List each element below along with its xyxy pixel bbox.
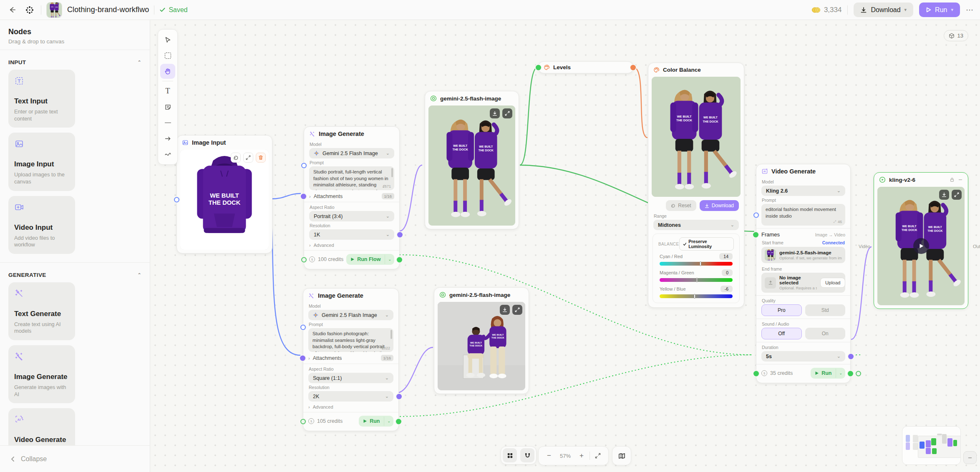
minimap-toggle-button[interactable]	[612, 446, 631, 465]
download-button[interactable]: Download	[700, 200, 739, 211]
aspect-ratio-select[interactable]: Square (1:1)⌄	[308, 373, 393, 383]
prompt-input-port[interactable]	[301, 163, 307, 168]
duration-select[interactable]: 5s⌄	[761, 351, 845, 362]
run-button[interactable]: Run ⌄	[811, 368, 845, 379]
frames-input-port[interactable]	[753, 232, 758, 237]
resolution-select[interactable]: 1K⌄	[309, 229, 394, 240]
levels-input-port[interactable]	[536, 65, 541, 70]
generated-image-preview[interactable]	[438, 302, 525, 390]
image-output-port[interactable]	[397, 232, 403, 237]
node-image-input[interactable]: Image Input	[176, 135, 272, 254]
download-image-button[interactable]	[490, 108, 500, 118]
generated-image-preview[interactable]	[428, 105, 515, 226]
prompt-input-port[interactable]	[300, 325, 306, 330]
run-options-chevron[interactable]: ⌄	[385, 255, 394, 264]
end-frame-item[interactable]: No image selected Optional. Requires a s…	[761, 273, 845, 293]
video-output-port[interactable]	[848, 354, 854, 359]
prompt-input-port[interactable]	[753, 213, 759, 218]
card-video-input[interactable]: Video Input Add video files to workflow	[8, 196, 75, 254]
quality-pro-option[interactable]: Pro	[761, 304, 802, 316]
node-image-generate-1[interactable]: Image Generate Model Gemini 2.5 Flash Im…	[304, 126, 400, 269]
run-output-port[interactable]	[397, 257, 402, 263]
sound-off-option[interactable]: Off	[761, 328, 802, 339]
expand-video-button[interactable]	[952, 190, 962, 200]
zoom-level[interactable]: 57%	[557, 453, 574, 459]
start-frame-item[interactable]: gemini-2.5-flash-image Optional. If set,…	[761, 247, 845, 263]
run-output-port[interactable]	[396, 419, 401, 424]
download-image-button[interactable]	[500, 305, 510, 315]
expand-prompt-icon[interactable]: ⤢	[834, 219, 836, 224]
attachments-row[interactable]: › Attachments 1/16	[309, 193, 394, 199]
text-tool[interactable]: T	[160, 83, 175, 98]
advanced-row[interactable]: › Advanced	[308, 404, 393, 409]
node-video-generate[interactable]: AI Video Generate Model Kling 2.6⌄ Promp…	[756, 164, 851, 383]
select-tool[interactable]	[160, 32, 175, 47]
run-chain-port[interactable]	[856, 371, 861, 377]
color-balance-preview[interactable]	[652, 77, 741, 197]
fit-view-button[interactable]	[592, 449, 604, 462]
reset-button[interactable]: Reset	[666, 200, 696, 211]
attachments-input-port[interactable]	[300, 355, 305, 361]
workflow-title[interactable]: Clothing-brand-workflwo	[67, 5, 149, 14]
arrow-tool[interactable]	[160, 131, 175, 146]
quality-std-option[interactable]: Std	[805, 304, 846, 316]
aspect-ratio-select[interactable]: Portrait (3:4)⌄	[309, 211, 394, 221]
model-select[interactable]: Kling 2.6⌄	[761, 186, 845, 196]
card-image-input[interactable]: Image Input Upload images to the canvas	[8, 133, 75, 191]
run-button[interactable]: Run ⌄	[359, 416, 393, 427]
range-select[interactable]: Midtones⌄	[653, 220, 739, 230]
lock-icon[interactable]	[950, 177, 955, 182]
expand-image-button[interactable]	[512, 305, 522, 315]
model-select[interactable]: Gemini 2.5 Flash Image ⌄	[309, 148, 394, 158]
upload-button[interactable]: Upload	[820, 278, 845, 288]
marquee-tool[interactable]	[160, 48, 175, 63]
node-image-generate-2[interactable]: Image Generate Model Gemini 2.5 Flash Im…	[303, 288, 399, 431]
card-image-generate[interactable]: Image Generate Generate images with AI	[8, 345, 75, 403]
card-text-generate[interactable]: Text Generate Create text using AI model…	[8, 282, 75, 340]
run-input-port[interactable]	[300, 419, 306, 424]
node-gemini-image-2[interactable]: gemini-2.5-flash-image	[434, 287, 529, 394]
video-preview[interactable]	[877, 187, 965, 305]
run-options-chevron[interactable]: ⌄	[384, 417, 393, 426]
back-button[interactable]	[6, 4, 18, 16]
image-output-port[interactable]	[396, 394, 402, 399]
levels-output-port[interactable]	[630, 65, 636, 70]
node-gemini-image-1[interactable]: gemini-2.5-flash-image	[425, 91, 519, 229]
replace-image-button[interactable]	[231, 153, 241, 163]
sound-on-option[interactable]: On	[805, 328, 846, 339]
slider-magenta-green[interactable]: Magenta / Green0	[660, 269, 733, 282]
image-input-preview[interactable]	[180, 150, 269, 250]
zoom-out-button[interactable]: −	[543, 449, 555, 462]
attachments-input-port[interactable]	[301, 193, 306, 199]
run-options-chevron[interactable]: ⌄	[836, 369, 845, 378]
run-output-port[interactable]	[848, 371, 853, 377]
download-video-button[interactable]	[939, 190, 949, 200]
section-generative[interactable]: GENERATIVE ⌃	[8, 269, 141, 282]
section-input[interactable]: INPUT ⌃	[8, 56, 141, 70]
workflow-canvas[interactable]: T 13 Image Input Image Generat	[150, 20, 980, 472]
zoom-in-button[interactable]: +	[575, 449, 588, 462]
minimap[interactable]	[902, 426, 961, 465]
line-tool[interactable]	[160, 115, 175, 130]
app-logo-icon[interactable]	[23, 4, 36, 16]
grid-toggle-button[interactable]	[503, 448, 517, 462]
expand-image-button[interactable]	[243, 153, 253, 163]
download-button[interactable]: Download ▾	[854, 3, 913, 17]
prompt-textarea[interactable]: Studio portrait, full-length vertical fa…	[309, 166, 394, 190]
collapsed-panel-button[interactable]	[963, 451, 977, 464]
slider-cyan-red[interactable]: Cyan / Red14	[660, 253, 733, 266]
advanced-row[interactable]: › Advanced	[309, 243, 394, 248]
image-input-port[interactable]	[174, 197, 179, 203]
card-text-input[interactable]: Text Input Enter or paste text content	[8, 70, 75, 128]
collapse-sidebar-button[interactable]: Collapse	[0, 445, 150, 472]
curve-tool[interactable]	[160, 147, 175, 162]
snap-magnet-button[interactable]	[520, 448, 534, 462]
hand-tool[interactable]	[160, 64, 175, 79]
node-kling-video[interactable]: kling-v2-6	[874, 172, 968, 309]
node-color-balance[interactable]: Color Balance Reset Download Range Midto…	[648, 63, 744, 308]
expand-image-button[interactable]	[502, 108, 512, 118]
play-overlay-button[interactable]	[913, 238, 929, 254]
node-levels[interactable]: Levels	[538, 61, 633, 73]
resolution-select[interactable]: 2K⌄	[308, 391, 393, 402]
more-menu-button[interactable]: ⋯	[966, 5, 974, 15]
